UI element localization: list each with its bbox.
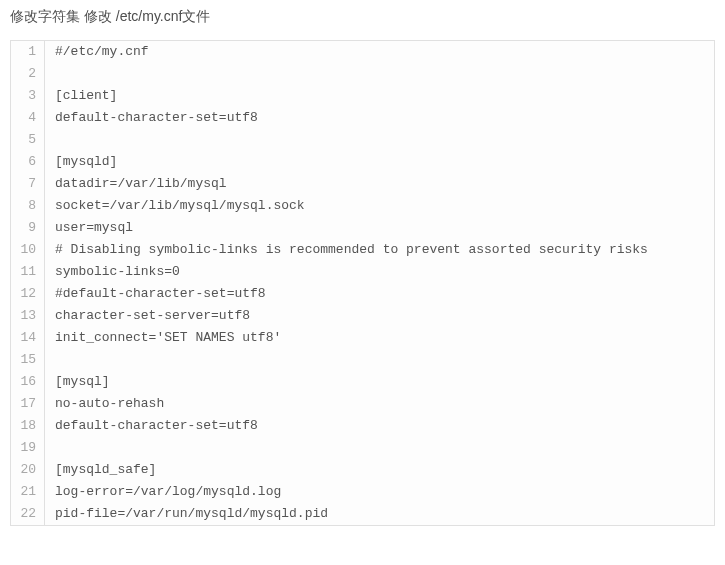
code-row: 13character-set-server=utf8: [11, 305, 714, 327]
code-line: pid-file=/var/run/mysqld/mysqld.pid: [45, 503, 328, 525]
code-line: [45, 63, 55, 85]
line-number: 11: [11, 261, 45, 283]
code-line: default-character-set=utf8: [45, 415, 258, 437]
line-number: 14: [11, 327, 45, 349]
code-row: 17no-auto-rehash: [11, 393, 714, 415]
code-row: 3[client]: [11, 85, 714, 107]
code-line: [45, 437, 55, 459]
line-number: 5: [11, 129, 45, 151]
code-row: 16[mysql]: [11, 371, 714, 393]
line-number: 8: [11, 195, 45, 217]
line-number: 3: [11, 85, 45, 107]
code-row: 7datadir=/var/lib/mysql: [11, 173, 714, 195]
line-number: 9: [11, 217, 45, 239]
code-line: #default-character-set=utf8: [45, 283, 266, 305]
line-number: 20: [11, 459, 45, 481]
code-line: character-set-server=utf8: [45, 305, 250, 327]
code-line: [mysqld]: [45, 151, 117, 173]
line-number: 16: [11, 371, 45, 393]
code-row: 9user=mysql: [11, 217, 714, 239]
line-number: 2: [11, 63, 45, 85]
line-number: 18: [11, 415, 45, 437]
code-block: 1#/etc/my.cnf23[client]4default-characte…: [10, 40, 715, 526]
code-line: [mysql]: [45, 371, 110, 393]
section-heading: 修改字符集 修改 /etc/my.cnf文件: [0, 0, 725, 40]
code-row: 18default-character-set=utf8: [11, 415, 714, 437]
code-line: datadir=/var/lib/mysql: [45, 173, 227, 195]
code-row: 10# Disabling symbolic-links is recommen…: [11, 239, 714, 261]
code-row: 8socket=/var/lib/mysql/mysql.sock: [11, 195, 714, 217]
code-line: # Disabling symbolic-links is recommende…: [45, 239, 648, 261]
code-line: [mysqld_safe]: [45, 459, 156, 481]
code-row: 5: [11, 129, 714, 151]
line-number: 7: [11, 173, 45, 195]
code-line: no-auto-rehash: [45, 393, 164, 415]
code-row: 15: [11, 349, 714, 371]
code-row: 11symbolic-links=0: [11, 261, 714, 283]
code-row: 12#default-character-set=utf8: [11, 283, 714, 305]
line-number: 13: [11, 305, 45, 327]
code-line: init_connect='SET NAMES utf8': [45, 327, 281, 349]
line-number: 1: [11, 41, 45, 63]
code-line: [client]: [45, 85, 117, 107]
code-row: 6[mysqld]: [11, 151, 714, 173]
code-row: 1#/etc/my.cnf: [11, 41, 714, 63]
code-row: 22pid-file=/var/run/mysqld/mysqld.pid: [11, 503, 714, 525]
line-number: 22: [11, 503, 45, 525]
code-row: 2: [11, 63, 714, 85]
code-row: 20[mysqld_safe]: [11, 459, 714, 481]
code-line: default-character-set=utf8: [45, 107, 258, 129]
line-number: 19: [11, 437, 45, 459]
line-number: 6: [11, 151, 45, 173]
code-line: #/etc/my.cnf: [45, 41, 149, 63]
code-line: symbolic-links=0: [45, 261, 180, 283]
line-number: 12: [11, 283, 45, 305]
line-number: 17: [11, 393, 45, 415]
code-row: 14init_connect='SET NAMES utf8': [11, 327, 714, 349]
line-number: 15: [11, 349, 45, 371]
code-row: 21log-error=/var/log/mysqld.log: [11, 481, 714, 503]
code-row: 4default-character-set=utf8: [11, 107, 714, 129]
code-line: [45, 349, 55, 371]
code-line: user=mysql: [45, 217, 133, 239]
line-number: 10: [11, 239, 45, 261]
code-line: [45, 129, 55, 151]
code-line: socket=/var/lib/mysql/mysql.sock: [45, 195, 305, 217]
code-row: 19: [11, 437, 714, 459]
line-number: 21: [11, 481, 45, 503]
line-number: 4: [11, 107, 45, 129]
code-line: log-error=/var/log/mysqld.log: [45, 481, 281, 503]
